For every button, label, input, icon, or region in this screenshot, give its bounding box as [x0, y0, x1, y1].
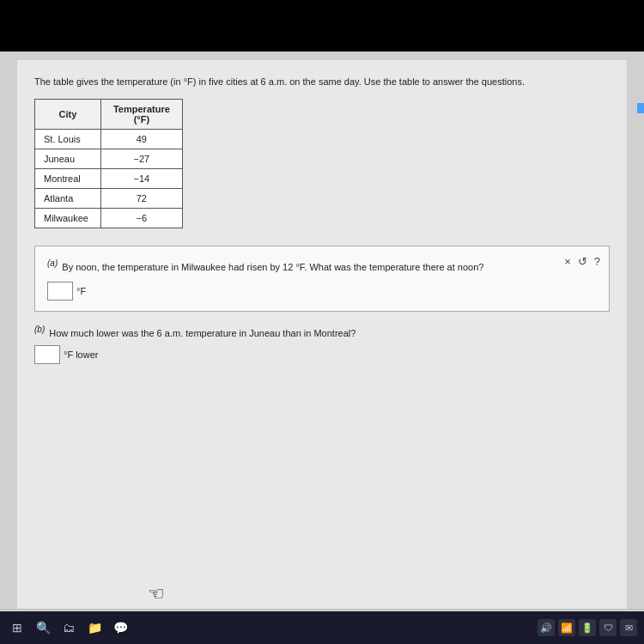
help-button[interactable]: ?	[594, 255, 600, 268]
intro-text: The table gives the temperature (in °F) …	[34, 76, 610, 88]
temperature-table: City Temperature(°F) St. Louis 49 Juneau…	[34, 99, 183, 228]
question-b-text: (b) How much lower was the 6 a.m. temper…	[34, 324, 610, 340]
question-a-input[interactable]	[47, 282, 73, 301]
tray-icon-5: ✉	[620, 619, 637, 636]
city-atlanta: Atlanta	[35, 189, 101, 209]
table-row: Milwaukee −6	[35, 209, 183, 228]
start-button[interactable]: ⊞	[7, 617, 27, 638]
city-juneau: Juneau	[35, 149, 101, 169]
question-a-answer-row: °F	[47, 282, 597, 301]
search-button[interactable]: 🔍	[33, 617, 53, 638]
col-header-temp: Temperature(°F)	[100, 100, 182, 130]
city-milwaukee: Milwaukee	[35, 209, 101, 228]
temp-juneau: −27	[100, 149, 182, 169]
temp-montreal: −14	[100, 169, 182, 189]
system-tray: 🔊 📶 🔋 🛡 ✉	[538, 619, 637, 636]
explorer-button[interactable]: 📁	[84, 617, 105, 638]
temp-atlanta: 72	[100, 189, 182, 209]
table-row: Montreal −14	[35, 169, 183, 189]
table-row: Atlanta 72	[35, 189, 183, 209]
question-a-unit: °F	[76, 286, 86, 296]
city-montreal: Montreal	[35, 169, 101, 189]
reset-button[interactable]: ↺	[578, 255, 587, 268]
question-b-input[interactable]	[34, 345, 60, 364]
question-b-unit: °F lower	[64, 349, 98, 360]
taskview-button[interactable]: 🗂	[58, 617, 79, 638]
table-row: Juneau −27	[35, 149, 183, 169]
question-b-label: (b)	[34, 325, 45, 334]
tray-icon-4: 🛡	[599, 619, 617, 636]
tray-icon-1: 🔊	[538, 619, 555, 636]
question-a-box: × ↺ ? (a) By noon, the temperature in Mi…	[34, 246, 610, 311]
col-header-city: City	[35, 100, 101, 130]
question-a-label: (a)	[47, 258, 58, 268]
temp-milwaukee: −6	[100, 209, 182, 228]
chat-button[interactable]: 💬	[110, 617, 131, 638]
question-b-answer-row: °F lower	[34, 345, 610, 364]
taskbar: ⊞ 🔍 🗂 📁 💬 🔊 📶 🔋 🛡 ✉	[0, 611, 644, 644]
tray-icon-3: 🔋	[579, 619, 596, 636]
tray-icon-2: 📶	[558, 619, 575, 636]
table-row: St. Louis 49	[35, 130, 183, 149]
question-b-box: (b) How much lower was the 6 a.m. temper…	[34, 324, 610, 364]
temp-stlouis: 49	[100, 130, 182, 149]
close-button[interactable]: ×	[564, 255, 571, 268]
city-stlouis: St. Louis	[35, 130, 101, 149]
question-controls: × ↺ ?	[564, 255, 600, 268]
question-a-text: (a) By noon, the temperature in Milwauke…	[47, 257, 597, 274]
